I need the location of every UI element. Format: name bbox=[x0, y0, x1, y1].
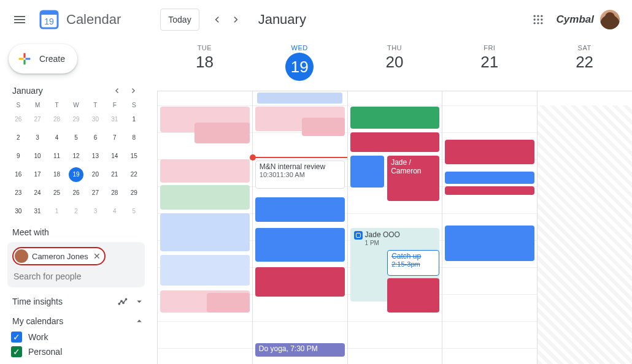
allday-event[interactable] bbox=[257, 93, 342, 104]
google-apps-button[interactable] bbox=[526, 7, 550, 32]
event-block[interactable] bbox=[160, 159, 250, 183]
mini-day[interactable]: 4 bbox=[107, 204, 122, 219]
day-column-thu[interactable]: Jade / Cameron Jade OOO 1 PM Catch up 2:… bbox=[347, 105, 442, 364]
day-column-fri[interactable] bbox=[442, 105, 537, 364]
mini-day[interactable]: 2 bbox=[11, 131, 26, 145]
mini-day[interactable]: 28 bbox=[50, 112, 64, 127]
event-block[interactable] bbox=[160, 213, 250, 251]
mini-day[interactable]: 5 bbox=[69, 131, 83, 145]
mini-day[interactable]: 13 bbox=[88, 149, 102, 164]
mini-day[interactable]: 3 bbox=[88, 204, 102, 219]
mini-prev-button[interactable] bbox=[109, 83, 124, 98]
mini-day[interactable]: 26 bbox=[69, 186, 83, 200]
mini-day[interactable]: 2 bbox=[69, 204, 83, 219]
event-block[interactable] bbox=[255, 197, 345, 222]
event-block[interactable] bbox=[255, 267, 345, 297]
event-jade-cameron[interactable]: Jade / Cameron bbox=[387, 156, 439, 201]
today-button[interactable]: Today bbox=[160, 9, 199, 31]
svg-point-10 bbox=[537, 22, 539, 24]
mini-day[interactable]: 3 bbox=[30, 131, 45, 145]
day-number: 20 bbox=[347, 53, 442, 72]
mini-day[interactable]: 10 bbox=[30, 149, 45, 164]
mini-day[interactable]: 1 bbox=[126, 112, 141, 127]
event-mn-review[interactable]: M&N internal review 10:3011:30 AM bbox=[255, 161, 345, 189]
create-button[interactable]: Create bbox=[9, 44, 77, 74]
mini-day[interactable]: 27 bbox=[30, 112, 45, 127]
my-calendars-header[interactable]: My calendars bbox=[12, 316, 145, 327]
mini-day[interactable]: 24 bbox=[30, 186, 45, 200]
mini-day[interactable]: 29 bbox=[69, 112, 83, 127]
search-people-input[interactable] bbox=[12, 265, 140, 282]
mini-day[interactable]: 16 bbox=[11, 167, 26, 182]
next-period-button[interactable] bbox=[226, 10, 246, 29]
day-number: 22 bbox=[537, 53, 632, 72]
mini-day[interactable]: 7 bbox=[107, 131, 122, 145]
mini-day[interactable]: 31 bbox=[30, 204, 45, 219]
mini-day[interactable]: 5 bbox=[126, 204, 141, 219]
mini-day[interactable]: 20 bbox=[88, 167, 102, 182]
mini-day[interactable]: 22 bbox=[126, 167, 141, 182]
time-insights-header[interactable]: Time insights bbox=[12, 296, 145, 307]
mini-next-button[interactable] bbox=[126, 83, 141, 98]
mini-day[interactable]: 27 bbox=[88, 186, 102, 200]
mini-day[interactable]: 17 bbox=[30, 167, 45, 182]
day-header[interactable]: FRI21 bbox=[442, 39, 537, 91]
chip-remove-button[interactable]: ✕ bbox=[93, 251, 101, 261]
event-block[interactable] bbox=[445, 226, 534, 261]
day-header[interactable]: THU20 bbox=[347, 39, 442, 91]
calendar-toggle-work[interactable]: ✓ Work bbox=[11, 332, 145, 343]
mini-day[interactable]: 15 bbox=[126, 149, 141, 164]
event-yoga[interactable]: Do yoga, 7:30 PM bbox=[255, 343, 345, 357]
event-block[interactable] bbox=[387, 278, 439, 313]
day-header[interactable]: WED19 bbox=[252, 39, 347, 91]
prev-period-button[interactable] bbox=[207, 10, 226, 29]
mini-day[interactable]: 29 bbox=[126, 186, 141, 200]
event-block[interactable] bbox=[255, 228, 345, 262]
day-column-sat[interactable] bbox=[537, 105, 632, 364]
mini-day[interactable]: 1 bbox=[50, 204, 64, 219]
event-block[interactable] bbox=[195, 123, 250, 143]
time-grid[interactable]: M&N internal review 10:3011:30 AM Do yog… bbox=[157, 105, 632, 364]
event-block[interactable] bbox=[445, 140, 534, 164]
main-menu-button[interactable] bbox=[5, 5, 34, 34]
mini-day[interactable]: 21 bbox=[107, 167, 122, 182]
mini-day[interactable]: 25 bbox=[50, 186, 64, 200]
event-catchup[interactable]: Catch up 2:15-3pm bbox=[387, 250, 439, 276]
mini-dow: S bbox=[125, 102, 144, 108]
mini-day[interactable]: 23 bbox=[11, 186, 26, 200]
mini-day[interactable]: 18 bbox=[50, 167, 64, 182]
mini-day[interactable]: 14 bbox=[107, 149, 122, 164]
mini-day[interactable]: 11 bbox=[50, 149, 64, 164]
mini-day[interactable]: 8 bbox=[126, 131, 141, 145]
day-header[interactable]: TUE18 bbox=[157, 39, 252, 91]
event-block[interactable] bbox=[350, 107, 440, 129]
event-block[interactable] bbox=[350, 132, 440, 152]
event-block[interactable] bbox=[160, 185, 250, 210]
insights-icon bbox=[118, 296, 129, 307]
mini-day[interactable]: 31 bbox=[107, 112, 122, 127]
mini-day[interactable]: 19 bbox=[69, 167, 83, 182]
svg-point-6 bbox=[533, 18, 535, 20]
day-column-wed[interactable]: M&N internal review 10:3011:30 AM Do yog… bbox=[252, 105, 347, 364]
plus-icon bbox=[16, 50, 33, 67]
event-block[interactable] bbox=[350, 156, 384, 188]
mini-day[interactable]: 30 bbox=[88, 112, 102, 127]
event-block[interactable] bbox=[302, 118, 345, 136]
mini-day[interactable]: 9 bbox=[11, 149, 26, 164]
mini-day[interactable]: 12 bbox=[69, 149, 83, 164]
person-chip[interactable]: Cameron Jones ✕ bbox=[12, 247, 106, 265]
mini-day[interactable]: 30 bbox=[11, 204, 26, 219]
event-block[interactable] bbox=[445, 172, 534, 184]
event-block[interactable] bbox=[445, 186, 534, 195]
event-block[interactable] bbox=[207, 293, 250, 313]
calendar-main: TUE18WED19THU20FRI21SAT22 bbox=[157, 39, 632, 364]
day-header[interactable]: SAT22 bbox=[537, 39, 632, 91]
day-column-tue[interactable] bbox=[157, 105, 252, 364]
mini-day[interactable]: 28 bbox=[107, 186, 122, 200]
mini-day[interactable]: 4 bbox=[50, 131, 64, 145]
event-block[interactable] bbox=[160, 255, 250, 286]
account-avatar[interactable] bbox=[600, 10, 620, 29]
mini-day[interactable]: 26 bbox=[11, 112, 26, 127]
calendar-toggle-personal[interactable]: ✓ Personal bbox=[11, 346, 145, 357]
mini-day[interactable]: 6 bbox=[88, 131, 102, 145]
